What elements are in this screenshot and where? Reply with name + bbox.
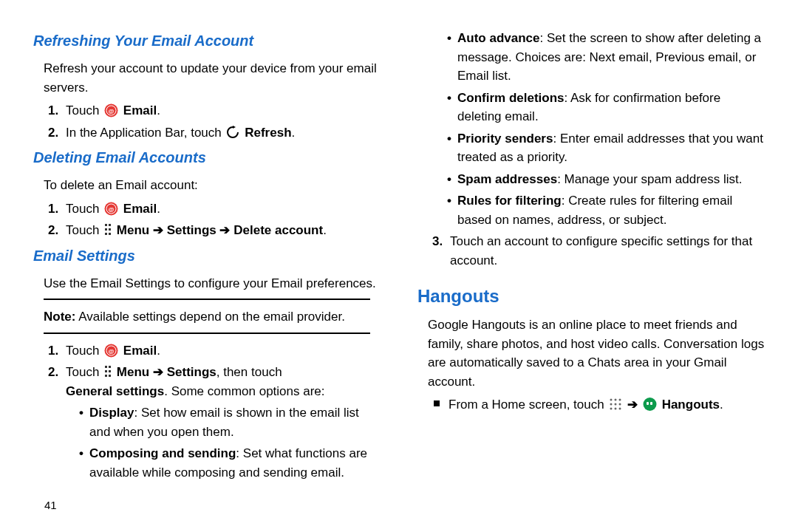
settings-step-1: Touch @ Email. — [48, 341, 381, 361]
refresh-icon — [226, 126, 239, 139]
settings-options-continued: Auto advance: Set the screen to show aft… — [447, 29, 765, 229]
svg-point-29 — [615, 408, 617, 410]
svg-rect-9 — [105, 228, 107, 231]
separator-bottom — [44, 332, 370, 334]
svg-rect-32 — [647, 402, 649, 405]
svg-rect-18 — [105, 370, 107, 372]
svg-text:@: @ — [109, 206, 115, 213]
svg-rect-12 — [109, 233, 111, 235]
apps-grid-icon — [609, 398, 622, 411]
heading-hangouts: Hangouts — [417, 283, 765, 310]
list-item: Display: Set how email is shown in the e… — [79, 403, 381, 441]
svg-point-23 — [615, 399, 617, 401]
heading-refresh-email: Refreshing Your Email Account — [33, 30, 381, 52]
svg-text:@: @ — [109, 348, 115, 355]
svg-text:@: @ — [109, 108, 115, 115]
svg-rect-19 — [109, 370, 111, 372]
svg-point-26 — [615, 403, 617, 406]
settings-steps-continued: Touch an account to configure specific s… — [432, 232, 765, 270]
refresh-step-1: Touch @ Email. — [48, 101, 381, 120]
svg-rect-16 — [105, 366, 107, 368]
svg-rect-8 — [109, 224, 111, 226]
svg-rect-33 — [650, 402, 652, 405]
settings-step-3: Touch an account to configure specific s… — [432, 232, 765, 270]
hangouts-intro: Google Hangouts is an online place to me… — [428, 316, 765, 391]
list-item: Confirm deletions: Ask for confirmation … — [447, 89, 765, 126]
list-item: Composing and sending: Set what function… — [79, 444, 381, 482]
right-column: Auto advance: Set the screen to show aft… — [417, 26, 765, 486]
settings-step-2: Touch Menu ➔ Settings, then touch Genera… — [48, 363, 381, 482]
heading-delete-email: Deleting Email Accounts — [33, 146, 381, 168]
settings-intro: Use the Email Settings to configure your… — [44, 274, 381, 293]
refresh-steps: Touch @ Email. In the Application Bar, t… — [48, 101, 381, 142]
svg-rect-11 — [105, 233, 107, 235]
settings-steps: Touch @ Email. Touch Menu ➔ Settings, th… — [48, 341, 381, 482]
list-item: Rules for filtering: Create rules for fi… — [447, 191, 765, 229]
delete-steps: Touch @ Email. Touch Menu ➔ Settings ➔ D… — [48, 200, 381, 240]
menu-dots-icon — [104, 365, 112, 378]
svg-point-22 — [610, 399, 613, 401]
svg-rect-7 — [105, 224, 107, 226]
svg-rect-17 — [109, 366, 111, 368]
delete-step-2: Touch Menu ➔ Settings ➔ Delete account. — [48, 221, 381, 240]
svg-point-30 — [619, 408, 621, 410]
settings-note: Note: Available settings depend on the e… — [44, 307, 381, 327]
list-item: Priority senders: Enter email addresses … — [447, 129, 765, 167]
menu-dots-icon — [104, 223, 112, 236]
separator-top — [44, 299, 370, 300]
svg-rect-21 — [109, 375, 111, 377]
svg-marker-3 — [233, 126, 236, 129]
email-icon: @ — [104, 344, 118, 358]
svg-rect-10 — [109, 228, 111, 231]
list-item: Spam addresses: Manage your spam address… — [447, 170, 765, 189]
settings-options: Display: Set how email is shown in the e… — [79, 403, 381, 482]
left-column: Refreshing Your Email Account Refresh yo… — [33, 26, 381, 486]
email-icon: @ — [104, 103, 118, 117]
hangouts-step: From a Home screen, touch ➔ Hangouts. — [431, 395, 765, 415]
refresh-step-2: In the Application Bar, touch Refresh. — [48, 123, 381, 143]
svg-rect-20 — [105, 375, 107, 377]
svg-point-27 — [619, 403, 621, 406]
hangouts-steps: From a Home screen, touch ➔ Hangouts. — [431, 395, 765, 415]
svg-point-24 — [619, 399, 621, 401]
svg-point-25 — [610, 403, 613, 406]
delete-step-1: Touch @ Email. — [48, 200, 381, 219]
refresh-intro: Refresh your account to update your devi… — [44, 59, 381, 97]
svg-point-28 — [610, 408, 613, 410]
list-item: Auto advance: Set the screen to show aft… — [447, 29, 765, 86]
delete-intro: To delete an Email account: — [44, 176, 381, 195]
heading-email-settings: Email Settings — [33, 245, 381, 267]
email-icon: @ — [104, 202, 118, 216]
page-number: 41 — [44, 497, 57, 514]
hangouts-icon — [643, 398, 657, 412]
